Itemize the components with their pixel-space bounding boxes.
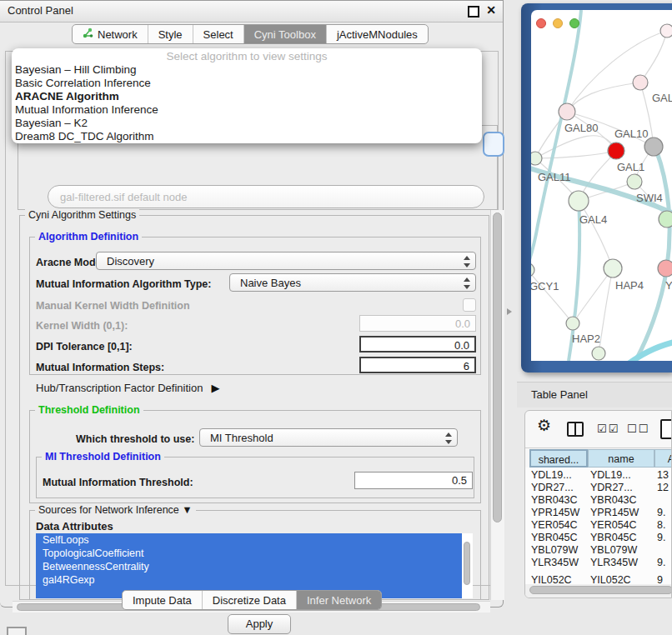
dropdown-item[interactable]: Dream8 DC_TDC Algorithm (15, 130, 154, 142)
tab-network[interactable]: Network (73, 25, 148, 43)
cyni-bottom-tabs: Impute Data Discretize Data Infer Networ… (122, 590, 382, 610)
control-panel-titlebar: Control Panel ✕ (0, 1, 503, 22)
network-view-canvas[interactable]: GAL80 GAL10 GAL11 GAL1 GAL4 SWI4 GCY1 HA… (531, 10, 672, 361)
mi-steps-field[interactable]: 6 (359, 357, 476, 373)
sources-group-title[interactable]: Sources for Network Inference ▼ (35, 504, 196, 516)
window-title: Control Panel (8, 4, 73, 17)
node-gal4[interactable] (569, 191, 589, 211)
node-gal11[interactable] (531, 152, 542, 165)
settings-vertical-scrollbar-thumb[interactable] (493, 212, 502, 522)
settings-vertical-scrollbar[interactable] (490, 210, 504, 600)
dropdown-item[interactable]: Bayesian – Hill Climbing (15, 63, 137, 76)
mac-close-icon[interactable] (536, 18, 546, 28)
mi-steps-label: Mutual Information Steps: (36, 362, 164, 373)
network-graph[interactable]: GAL80 GAL10 GAL11 GAL1 GAL4 SWI4 GCY1 HA… (531, 10, 672, 361)
network-selector-value: gal-filtered.sif default node (60, 191, 187, 203)
tab-select[interactable]: Select (193, 25, 243, 43)
node-label: GCY1 (531, 280, 559, 292)
tab-style[interactable]: Style (148, 25, 193, 43)
dropdown-item[interactable]: Bayesian – K2 (15, 117, 88, 129)
node-salmon[interactable] (658, 260, 672, 277)
table-horizontal-scrollbar-thumb[interactable] (529, 586, 672, 594)
node-partial-bottom[interactable] (592, 347, 605, 360)
table-panel: ⚙ ☑☑ ☐☐ shared... name A YDL19...YDL19..… (524, 410, 672, 598)
list-item-selected[interactable]: SelfLoops (36, 533, 462, 547)
data-attributes-list: SelfLoops TopologicalCoefficient Between… (36, 533, 473, 598)
table-header-row: shared... name A (525, 449, 672, 468)
column-header-name[interactable]: name (588, 449, 654, 468)
node-label: SWI4 (636, 192, 663, 204)
kernel-width-field[interactable]: 0.0 (359, 315, 476, 332)
mi-threshold-group-title: MI Threshold Definition (42, 451, 164, 462)
node-label: GAL80 (564, 122, 598, 134)
split-columns-icon[interactable] (567, 422, 584, 437)
tab-infer-network[interactable]: Infer Network (296, 591, 381, 609)
which-threshold-combobox[interactable]: MI Threshold (199, 428, 458, 447)
dropdown-item[interactable]: Mutual Information Inference (15, 103, 158, 116)
close-icon[interactable]: ✕ (486, 3, 496, 17)
node-label: GAL1 (617, 161, 644, 173)
node-red-selected[interactable] (608, 142, 624, 159)
mi-type-value: Naive Bayes (240, 277, 301, 289)
node-swi4[interactable] (659, 211, 672, 228)
tab-impute-data[interactable]: Impute Data (123, 591, 202, 609)
node-gal-partial[interactable] (633, 75, 648, 90)
tab-jactivemnodules[interactable]: jActiveMNodules (326, 25, 428, 43)
mac-minimize-icon[interactable] (553, 18, 563, 28)
aracne-mode-combobox[interactable]: Discovery (96, 252, 476, 270)
list-item-selected[interactable]: gal4RGexp (36, 573, 462, 587)
control-panel-window: Control Panel ✕ Network Style Se (0, 0, 504, 608)
mac-zoom-icon[interactable] (569, 18, 579, 28)
expand-right-icon[interactable]: ▶ (211, 382, 219, 394)
table-horizontal-scrollbar[interactable] (525, 584, 672, 598)
list-item-selected[interactable]: BetweennessCentrality (36, 560, 462, 573)
node-label: GAL10 (614, 128, 648, 140)
corner-widget-icon[interactable] (7, 627, 27, 635)
manual-kernel-checkbox[interactable] (463, 298, 476, 312)
select-all-checks-icon[interactable]: ☑☑ (597, 422, 619, 435)
column-header-shared-name[interactable]: shared... (529, 449, 588, 468)
gear-icon[interactable]: ⚙ (537, 416, 551, 435)
list-scrollbar-thumb[interactable] (464, 542, 470, 585)
tab-discretize-data[interactable]: Discretize Data (202, 591, 296, 609)
screen: Control Panel ✕ Network Style Se (0, 0, 672, 635)
node-label: GAL (652, 92, 672, 104)
toolbar-divider (525, 448, 672, 448)
hub-definition-toggle[interactable]: Hub/Transcription Factor Definition▶ (36, 382, 219, 394)
control-panel-tabs: Network Style Select Cyni Toolbox jActiv… (72, 24, 429, 44)
node-hap4[interactable] (604, 259, 622, 278)
tab-network-label: Network (98, 28, 138, 41)
node-gal10[interactable] (644, 138, 663, 156)
dropdown-item[interactable]: Basic Correlation Inference (15, 77, 151, 89)
deselect-all-checks-icon[interactable]: ☐☐ (627, 422, 649, 435)
algorithm-combobox-stepper[interactable] (483, 132, 504, 157)
panel-splitter-handle[interactable] (507, 308, 512, 315)
float-window-icon[interactable] (468, 6, 479, 18)
mi-type-combobox[interactable]: Naive Bayes (229, 273, 476, 292)
tab-cyni-toolbox[interactable]: Cyni Toolbox (243, 25, 326, 43)
aracne-mode-label: Aracne Mode: (36, 257, 105, 268)
collapse-down-icon[interactable]: ▼ (182, 504, 192, 516)
column-header-partial[interactable]: A (654, 449, 672, 468)
node-label: HAP4 (615, 279, 644, 292)
document-icon[interactable] (660, 419, 672, 439)
node-partial-top[interactable] (660, 24, 672, 38)
node-gcy1[interactable] (531, 263, 534, 277)
network-selector-combobox[interactable]: gal-filtered.sif default node (48, 185, 484, 208)
dropdown-item-selected[interactable]: ARACNE Algorithm (15, 90, 119, 102)
node-label: Y (665, 279, 672, 292)
list-item-selected[interactable]: TopologicalCoefficient (36, 547, 462, 560)
dpi-tolerance-field[interactable]: 0.0 (359, 336, 476, 352)
node-gal1[interactable] (627, 174, 642, 189)
which-threshold-value: MI Threshold (210, 432, 273, 444)
node-hap2[interactable] (566, 317, 579, 330)
data-attributes-label: Data Attributes (36, 520, 113, 532)
which-threshold-label: Which threshold to use: (76, 433, 194, 445)
settings-group-title: Cyni Algorithm Settings (25, 209, 139, 221)
table-panel-title: Table Panel (531, 388, 588, 401)
apply-button[interactable]: Apply (228, 614, 291, 634)
threshold-definition-title: Threshold Definition (35, 404, 143, 416)
mi-threshold-field[interactable]: 0.5 (354, 472, 473, 489)
node-gal80[interactable] (559, 103, 575, 120)
dropdown-prompt: Select algorithm to view settings (12, 50, 482, 62)
